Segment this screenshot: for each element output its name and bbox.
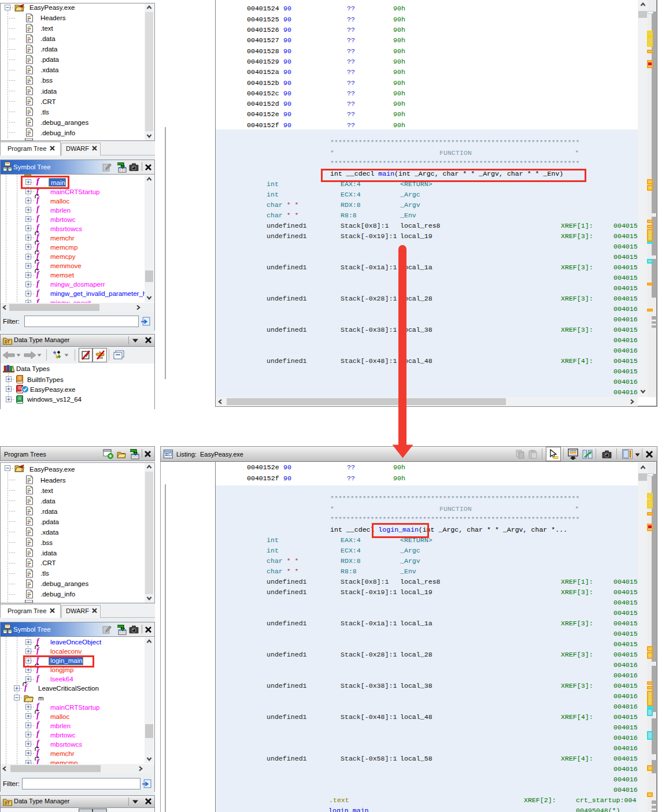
svg-text:DT: DT <box>5 340 10 344</box>
svg-text:DT: DT <box>5 801 10 805</box>
